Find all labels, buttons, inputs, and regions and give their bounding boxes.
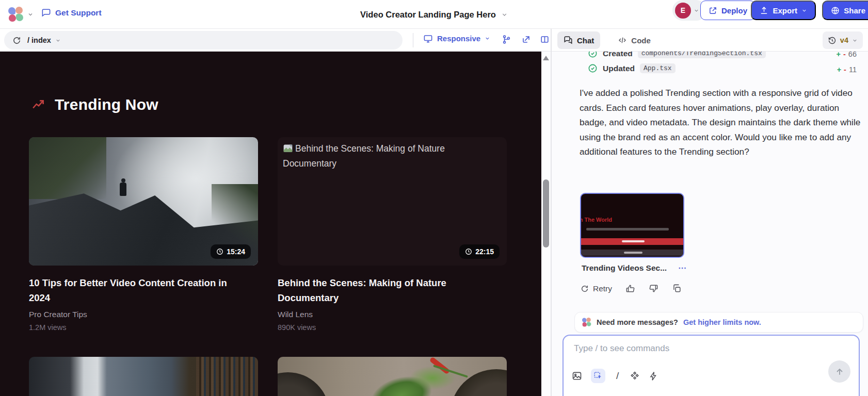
video-thumbnail-partial[interactable] bbox=[29, 357, 258, 396]
top-header: Get Support Video Creator Landing Page H… bbox=[0, 0, 868, 29]
video-title[interactable]: 10 Tips for Better Video Content Creatio… bbox=[29, 275, 240, 305]
export-label: Export bbox=[773, 6, 797, 15]
app-window: Get Support Video Creator Landing Page H… bbox=[0, 0, 868, 396]
version-label: v4 bbox=[840, 36, 848, 44]
globe-icon bbox=[831, 6, 840, 15]
chevron-down-icon bbox=[27, 11, 34, 18]
attachment-name[interactable]: Trending Videos Sec... bbox=[582, 263, 667, 273]
page-title: Video Creator Landing Page Hero bbox=[360, 10, 496, 20]
attachment-heading: th The World bbox=[580, 217, 612, 223]
history-icon bbox=[828, 36, 837, 45]
slash-command-button[interactable]: / bbox=[614, 370, 621, 382]
open-in-new-tab-icon[interactable] bbox=[521, 35, 531, 44]
attachment-preview-card[interactable]: th The World bbox=[580, 193, 684, 258]
check-circle-icon bbox=[588, 63, 598, 73]
app-preview-pane: Trending Now 15:24 10 Tips for Better Vi… bbox=[0, 52, 541, 396]
broken-image-alt-text: Behind the Scenes: Making of Nature Docu… bbox=[283, 141, 489, 171]
share-label: Share bbox=[844, 6, 865, 15]
diff-minus: - bbox=[843, 52, 846, 58]
video-card[interactable]: Behind the Scenes: Making of Nature Docu… bbox=[278, 137, 507, 332]
thumbs-up-icon[interactable] bbox=[625, 284, 635, 293]
upload-icon bbox=[760, 6, 768, 15]
lightning-icon[interactable] bbox=[649, 371, 658, 381]
send-button[interactable] bbox=[828, 360, 850, 383]
attachment-tagline-placeholder bbox=[586, 228, 669, 230]
app-logo-icon bbox=[8, 7, 24, 22]
arrow-up-icon bbox=[834, 367, 845, 377]
workspace-menu[interactable] bbox=[8, 7, 34, 22]
version-history-button[interactable]: v4 bbox=[823, 31, 863, 49]
diff-minus: - bbox=[844, 65, 846, 74]
chat-bubble-icon bbox=[41, 8, 51, 18]
copy-icon[interactable] bbox=[672, 284, 682, 293]
clock-icon bbox=[465, 248, 472, 255]
code-tab-label: Code bbox=[631, 36, 651, 45]
chat-input[interactable]: Type / to see commands / bbox=[562, 335, 860, 396]
divider bbox=[413, 33, 413, 47]
file-name-chip: components/TrendingSection.tsx bbox=[638, 52, 766, 58]
file-action-label: Updated bbox=[603, 64, 635, 73]
scroll-up-arrow[interactable] bbox=[543, 56, 549, 60]
get-support-link[interactable]: Get Support bbox=[41, 8, 102, 18]
thumbs-down-icon[interactable] bbox=[649, 284, 658, 293]
scrollbar-thumb[interactable] bbox=[543, 179, 549, 248]
duration-label: 22:15 bbox=[475, 248, 494, 256]
export-button[interactable]: Export bbox=[751, 1, 816, 20]
diff-stat: +-66 bbox=[837, 52, 857, 58]
integrations-icon[interactable] bbox=[630, 371, 640, 381]
file-action-label: Created bbox=[603, 52, 633, 58]
duration-badge: 22:15 bbox=[459, 244, 500, 259]
component-tree-icon[interactable] bbox=[502, 35, 511, 44]
video-title[interactable]: Behind the Scenes: Making of Nature Docu… bbox=[278, 275, 489, 305]
assistant-message: I've added a polished Trending section w… bbox=[580, 86, 867, 159]
chat-tab-label: Chat bbox=[577, 36, 594, 45]
diff-stat: +-11 bbox=[837, 65, 857, 74]
panel-divider bbox=[551, 29, 552, 396]
file-change-row[interactable]: Created components/TrendingSection.tsx bbox=[588, 52, 766, 58]
attach-image-icon[interactable] bbox=[572, 371, 582, 381]
file-change-row[interactable]: Updated App.tsx bbox=[588, 63, 676, 73]
responsive-mode-select[interactable]: Responsive bbox=[423, 34, 490, 43]
video-views: 1.2M views bbox=[29, 323, 258, 332]
route-path[interactable]: / index bbox=[27, 36, 61, 44]
chevron-down-icon bbox=[485, 36, 490, 41]
clock-icon bbox=[216, 248, 223, 255]
video-card[interactable]: 15:24 10 Tips for Better Video Content C… bbox=[29, 137, 258, 332]
chevron-down-icon bbox=[55, 38, 61, 43]
chat-bubbles-icon bbox=[564, 36, 573, 45]
higher-limits-link[interactable]: Get higher limits now. bbox=[683, 318, 761, 326]
diff-plus: + bbox=[837, 52, 841, 58]
chevron-down-icon bbox=[801, 8, 807, 13]
video-thumbnail[interactable]: Behind the Scenes: Making of Nature Docu… bbox=[278, 137, 507, 266]
select-element-button[interactable] bbox=[591, 369, 605, 383]
duration-label: 15:24 bbox=[227, 248, 245, 256]
upgrade-banner[interactable]: Need more messages? Get higher limits no… bbox=[574, 312, 863, 333]
share-button[interactable]: Share bbox=[822, 1, 868, 20]
responsive-label: Responsive bbox=[437, 34, 480, 43]
diff-count: 11 bbox=[849, 65, 857, 74]
more-options-button[interactable]: ⋯ bbox=[678, 263, 687, 273]
video-thumbnail[interactable]: 15:24 bbox=[29, 137, 258, 266]
select-cursor-icon bbox=[593, 371, 603, 381]
alt-text-label: Behind the Scenes: Making of Nature Docu… bbox=[283, 143, 445, 169]
deploy-label: Deploy bbox=[721, 6, 747, 15]
diff-count: 66 bbox=[848, 52, 857, 58]
tab-chat[interactable]: Chat bbox=[557, 31, 600, 49]
chat-input-placeholder: Type / to see commands bbox=[574, 343, 669, 354]
deploy-button[interactable]: Deploy bbox=[700, 1, 756, 20]
preview-scrollbar[interactable] bbox=[541, 52, 551, 396]
input-toolbar: / bbox=[572, 369, 658, 383]
video-thumbnail-partial[interactable] bbox=[278, 357, 507, 396]
refresh-icon[interactable] bbox=[12, 36, 21, 45]
trending-section-header: Trending Now bbox=[31, 96, 158, 113]
project-title-menu[interactable]: Video Creator Landing Page Hero bbox=[360, 0, 508, 29]
chat-panel: Created components/TrendingSection.tsx +… bbox=[552, 52, 868, 396]
preview-url-bar[interactable]: / index bbox=[4, 31, 403, 50]
retry-label: Retry bbox=[593, 284, 612, 293]
retry-button[interactable]: Retry bbox=[581, 284, 612, 293]
section-title: Trending Now bbox=[55, 96, 158, 113]
split-columns-icon[interactable] bbox=[540, 35, 550, 44]
broken-image-icon bbox=[283, 143, 293, 154]
video-views: 890K views bbox=[278, 323, 507, 332]
tab-code[interactable]: Code bbox=[612, 31, 657, 49]
